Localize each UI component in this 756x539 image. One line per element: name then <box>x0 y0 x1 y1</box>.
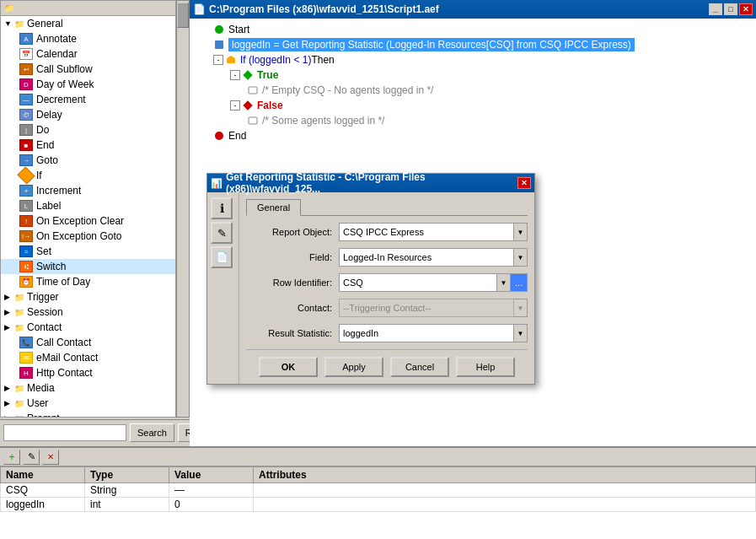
side-icon-page[interactable]: 📄 <box>211 246 233 268</box>
field-select[interactable]: Logged-In Resources <box>339 248 514 267</box>
script-line-true: - True <box>196 67 749 83</box>
sidebar-item-http-contact[interactable]: H Http Contact <box>1 365 175 380</box>
tab-general[interactable]: General <box>246 199 301 216</box>
maximize-button[interactable]: □ <box>724 3 737 15</box>
expand-prompt[interactable]: ▶ <box>4 414 14 418</box>
label-increment: Increment <box>36 185 81 197</box>
expand-contact[interactable]: ▶ <box>4 323 14 331</box>
sidebar-item-decrement[interactable]: — Decrement <box>1 92 175 107</box>
sidebar-item-call-subflow[interactable]: ↩ Call Subflow <box>1 62 175 77</box>
dialog-tabs: General <box>246 199 528 216</box>
table-row[interactable]: loggedIn int 0 <box>1 498 756 512</box>
result-statistic-arrow[interactable]: ▼ <box>514 324 528 342</box>
sidebar-item-goto[interactable]: → Goto <box>1 153 175 168</box>
contact-arrow: ▼ <box>514 299 528 317</box>
col-header-type: Type <box>85 467 169 483</box>
sidebar-item-prompt[interactable]: ▶ 📁 Prompt <box>1 411 175 418</box>
sidebar-item-general[interactable]: ▼ 📁 General <box>1 16 175 31</box>
if-keyword: If (loggedIn < 1) <box>240 54 311 66</box>
expand-general[interactable]: ▼ <box>4 19 14 28</box>
minimize-button[interactable]: _ <box>709 3 722 15</box>
cancel-button[interactable]: Cancel <box>390 357 449 377</box>
sidebar-item-switch[interactable]: ⑆ Switch <box>1 259 175 274</box>
help-button[interactable]: Help <box>456 357 515 377</box>
collapse-if[interactable]: - <box>213 55 223 65</box>
script-text-comment2: /* Some agents logged in */ <box>262 115 384 127</box>
sidebar-item-time-of-day[interactable]: ⏰ Time of Day <box>1 274 175 289</box>
sidebar-item-call-contact[interactable]: 📞 Call Contact <box>1 335 175 350</box>
sidebar-item-if[interactable]: If <box>1 168 175 183</box>
sidebar-item-do[interactable]: | Do <box>1 122 175 137</box>
close-button[interactable]: ✕ <box>739 3 753 15</box>
time-of-day-icon: ⏰ <box>19 276 33 288</box>
field-arrow[interactable]: ▼ <box>514 248 528 267</box>
dialog-close-button[interactable]: ✕ <box>517 177 531 189</box>
sidebar-item-calendar[interactable]: 📅 Calendar <box>1 46 175 62</box>
sidebar-item-session[interactable]: ▶ 📁 Session <box>1 305 175 320</box>
sidebar-item-contact[interactable]: ▶ 📁 Contact <box>1 320 175 335</box>
result-statistic-select[interactable]: loggedIn <box>339 324 514 342</box>
step-marker <box>213 40 225 50</box>
svg-point-0 <box>215 25 223 34</box>
edit-variable-button[interactable]: ✎ <box>23 450 40 465</box>
label-icon: L <box>19 200 33 212</box>
result-statistic-label: Result Statistic: <box>246 328 339 338</box>
expand-trigger[interactable]: ▶ <box>4 293 14 301</box>
sidebar-item-end[interactable]: ■ End <box>1 137 175 153</box>
label-delay: Delay <box>36 109 62 121</box>
apply-button[interactable]: Apply <box>324 357 383 377</box>
expand-session[interactable]: ▶ <box>4 308 14 316</box>
sidebar-item-trigger[interactable]: ▶ 📁 Trigger <box>1 289 175 305</box>
script-title: C:\Program Files (x86)\wfavvid_1251\Scri… <box>209 3 439 15</box>
sidebar-item-media[interactable]: ▶ 📁 Media <box>1 380 175 396</box>
folder-icon-prompt: 📁 <box>14 414 24 418</box>
sidebar-item-increment[interactable]: + Increment <box>1 183 175 198</box>
left-panel: 📁 ▼ 📁 General A Annotate 📅 Calendar <box>0 0 190 445</box>
sidebar-item-on-exception-clear[interactable]: ! On Exception Clear <box>1 213 175 229</box>
row-identifier-arrow[interactable]: ▼ <box>497 273 511 292</box>
label-user: User <box>27 397 48 409</box>
label-switch: Switch <box>36 261 66 272</box>
scrollbar-thumb[interactable] <box>177 3 189 28</box>
label-day-of-week: Day of Week <box>36 78 94 90</box>
report-object-row: Report Object: CSQ IPCC Express ▼ <box>246 223 528 241</box>
annotate-icon: A <box>19 33 33 45</box>
label-call-contact: Call Contact <box>36 337 91 348</box>
report-object-arrow[interactable]: ▼ <box>514 223 528 241</box>
sidebar-item-delay[interactable]: ⏱ Delay <box>1 107 175 122</box>
add-variable-button[interactable]: + <box>3 450 20 465</box>
report-object-select[interactable]: CSQ IPCC Express <box>339 223 514 241</box>
left-panel-list: ▼ 📁 General A Annotate 📅 Calendar ↩ Call… <box>1 16 175 418</box>
sidebar-item-on-exception-goto[interactable]: !→ On Exception Goto <box>1 229 175 244</box>
search-input[interactable] <box>3 424 126 441</box>
collapse-true[interactable]: - <box>230 70 240 80</box>
delete-variable-button[interactable]: ✕ <box>42 450 59 465</box>
do-icon: | <box>19 124 33 136</box>
sidebar-item-label[interactable]: L Label <box>1 198 175 213</box>
dialog-title-container: 📊 Get Reporting Statistic - C:\Program F… <box>211 171 517 195</box>
sidebar-item-set[interactable]: = Set <box>1 244 175 259</box>
collapse-false[interactable]: - <box>230 100 240 110</box>
side-icon-edit[interactable]: ✎ <box>211 222 233 244</box>
expand-user[interactable]: ▶ <box>4 399 14 407</box>
sidebar-item-user[interactable]: ▶ 📁 User <box>1 396 175 411</box>
cell-name-1: loggedIn <box>1 498 85 512</box>
row-identifier-select-wrapper: CSQ ▼ … <box>339 273 528 292</box>
sidebar-item-annotate[interactable]: A Annotate <box>1 31 175 46</box>
variable-table: Name Type Value Attributes CSQ String — … <box>0 466 756 512</box>
end-marker <box>213 131 225 141</box>
ok-button[interactable]: OK <box>259 357 318 377</box>
reset-button[interactable]: Reset <box>178 423 190 442</box>
side-icon-info[interactable]: ℹ <box>211 197 233 219</box>
table-row[interactable]: CSQ String — <box>1 483 756 498</box>
contact-row: Contact: --Triggering Contact-- ▼ <box>246 299 528 317</box>
sidebar-item-email-contact[interactable]: ✉ eMail Contact <box>1 350 175 365</box>
row-identifier-browse-btn[interactable]: … <box>511 273 528 292</box>
sidebar-item-day-of-week[interactable]: D Day of Week <box>1 77 175 92</box>
search-button[interactable]: Search <box>130 423 174 442</box>
expand-media[interactable]: ▶ <box>4 384 14 392</box>
row-identifier-select[interactable]: CSQ <box>339 273 497 292</box>
left-panel-scrollbar[interactable] <box>176 0 190 418</box>
folder-icon-contact: 📁 <box>14 323 24 332</box>
delay-icon: ⏱ <box>19 109 33 121</box>
